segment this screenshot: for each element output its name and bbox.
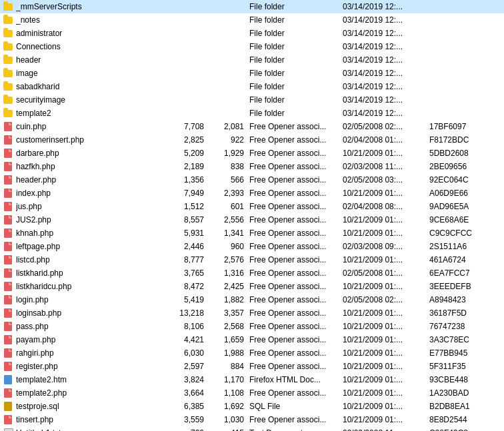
table-row[interactable]: cuin.php7,7082,081Free Opener associ...0… (0, 120, 504, 133)
table-row[interactable]: ConnectionsFile folder03/14/2019 12:... (0, 40, 504, 53)
col-name: _mmServerScripts (3, 1, 163, 12)
col-date: 02/03/2008 11:... (343, 428, 429, 431)
col-compressed: 1,988 (209, 348, 249, 358)
file-name: _mmServerScripts (16, 2, 82, 11)
php-icon (3, 215, 13, 225)
col-name: image (3, 68, 163, 79)
col-date: 10/21/2009 01:... (343, 388, 429, 398)
col-name: template2.htm (3, 374, 163, 385)
php-icon (3, 135, 13, 145)
col-compressed: 2,425 (209, 282, 249, 291)
file-name: cuin.php (16, 122, 46, 131)
file-name: template2.php (16, 388, 67, 398)
table-row[interactable]: khnah.php5,9311,341Free Opener associ...… (0, 226, 504, 240)
col-date: 10/21/2009 01:... (343, 189, 429, 198)
php-icon (3, 308, 13, 318)
table-row[interactable]: rahgiri.php6,0301,988Free Opener associ.… (0, 346, 504, 360)
table-row[interactable]: sabadkharidFile folder03/14/2019 12:... (0, 80, 504, 93)
col-name: _notes (3, 15, 163, 25)
table-row[interactable]: JUS2.php8,5572,556Free Opener associ...1… (0, 213, 504, 226)
col-name: testproje.sql (3, 401, 163, 412)
table-row[interactable]: template2.php3,6641,108Free Opener assoc… (0, 386, 504, 400)
php-icon (3, 281, 13, 292)
col-type: Free Opener associ... (249, 189, 343, 198)
col-compressed: 1,170 (209, 375, 249, 384)
table-row[interactable]: hazfkh.php2,189838Free Opener associ...0… (0, 160, 504, 173)
php-icon (3, 321, 13, 332)
php-icon (3, 241, 13, 252)
table-row[interactable]: listkharidcu.php8,4722,425Free Opener as… (0, 280, 504, 293)
col-crc: 8E8D2544 (429, 415, 489, 424)
col-name: tinsert.php (3, 414, 163, 425)
col-date: 02/04/2008 01:... (343, 135, 429, 145)
table-row[interactable]: securityimageFile folder03/14/2019 12:..… (0, 93, 504, 107)
table-row[interactable]: tinsert.php3,5591,030Free Opener associ.… (0, 413, 504, 426)
table-row[interactable]: Untitled-1.txt720415Text Document02/03/2… (0, 426, 504, 431)
table-row[interactable]: testproje.sql6,3851,692SQL File10/21/200… (0, 400, 504, 413)
col-name: index.php (3, 188, 163, 199)
table-row[interactable]: _notesFile folder03/14/2019 12:... (0, 13, 504, 27)
php-icon (3, 228, 13, 238)
col-type: SQL File (249, 402, 343, 411)
table-row[interactable]: loginsab.php13,2183,357Free Opener assoc… (0, 306, 504, 320)
col-type: File folder (249, 2, 343, 11)
col-compressed: 2,568 (209, 322, 249, 331)
col-crc: 2BE09656 (429, 162, 489, 171)
col-date: 02/03/2008 09:... (343, 242, 429, 251)
col-size: 1,512 (163, 202, 209, 211)
table-row[interactable]: login.php5,4191,882Free Opener associ...… (0, 293, 504, 306)
col-type: Free Opener associ... (249, 308, 343, 318)
col-type: Free Opener associ... (249, 388, 343, 398)
col-name: Untitled-1.txt (3, 428, 163, 431)
col-crc: A8948423 (429, 295, 489, 304)
table-row[interactable]: template2.htm3,8241,170Firefox HTML Doc.… (0, 373, 504, 386)
col-crc: C9C9CFCC (429, 228, 489, 238)
col-date: 10/21/2009 01:... (343, 375, 429, 384)
table-row[interactable]: listcd.php8,7772,576Free Opener associ..… (0, 253, 504, 266)
col-name: darbare.php (3, 148, 163, 159)
col-compressed: 2,393 (209, 189, 249, 198)
file-name: administrator (16, 29, 62, 38)
col-name: register.php (3, 361, 163, 372)
html-icon (3, 374, 13, 385)
col-name: header (3, 55, 163, 65)
table-row[interactable]: headerFile folder03/14/2019 12:... (0, 53, 504, 67)
col-name: login.php (3, 294, 163, 305)
table-row[interactable]: template2File folder03/14/2019 12:... (0, 107, 504, 120)
file-name: sabadkharid (16, 82, 59, 91)
col-crc: 6EA7FCC7 (429, 268, 489, 278)
table-row[interactable]: payam.php4,4211,659Free Opener associ...… (0, 333, 504, 346)
col-size: 3,664 (163, 388, 209, 398)
col-date: 10/21/2009 01:... (343, 228, 429, 238)
col-type: Free Opener associ... (249, 202, 343, 211)
table-row[interactable]: listkharid.php3,7651,316Free Opener asso… (0, 266, 504, 280)
table-row[interactable]: leftpage.php2,446960Free Opener associ..… (0, 240, 504, 253)
file-name: listkharid.php (16, 268, 63, 278)
php-icon (3, 188, 13, 199)
table-row[interactable]: customerinsert.php2,825922Free Opener as… (0, 133, 504, 147)
table-row[interactable]: darbare.php5,2091,929Free Opener associ.… (0, 147, 504, 160)
folder-icon (3, 1, 13, 12)
col-date: 03/14/2019 12:... (343, 2, 429, 11)
col-compressed: 3,357 (209, 308, 249, 318)
sql-icon (3, 401, 13, 412)
table-row[interactable]: index.php7,9492,393Free Opener associ...… (0, 187, 504, 200)
col-name: template2.php (3, 388, 163, 398)
php-icon (3, 294, 13, 305)
table-row[interactable]: jus.php1,512601Free Opener associ...02/0… (0, 200, 504, 213)
table-row[interactable]: header.php1,356566Free Opener associ...0… (0, 173, 504, 187)
table-row[interactable]: _mmServerScriptsFile folder03/14/2019 12… (0, 0, 504, 13)
col-compressed: 838 (209, 162, 249, 171)
col-date: 10/21/2009 01:... (343, 282, 429, 291)
col-date: 03/14/2019 12:... (343, 69, 429, 78)
col-size: 13,218 (163, 308, 209, 318)
table-row[interactable]: administratorFile folder03/14/2019 12:..… (0, 27, 504, 40)
col-name: pass.php (3, 321, 163, 332)
col-type: File folder (249, 15, 343, 25)
col-compressed: 960 (209, 242, 249, 251)
col-type: Free Opener associ... (249, 415, 343, 424)
table-row[interactable]: pass.php8,1062,568Free Opener associ...1… (0, 320, 504, 333)
file-list[interactable]: _mmServerScriptsFile folder03/14/2019 12… (0, 0, 504, 431)
table-row[interactable]: imageFile folder03/14/2019 12:... (0, 67, 504, 80)
table-row[interactable]: register.php2,597884Free Opener associ..… (0, 360, 504, 373)
